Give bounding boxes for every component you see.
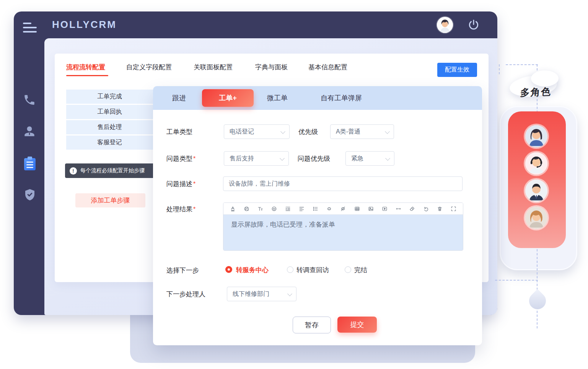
brand-logo: HOLLYCRM [52, 19, 117, 31]
problem-priority-select[interactable]: 紧急 [345, 151, 394, 166]
next-handler-select[interactable]: 线下维修部门 [227, 287, 296, 301]
worklist-icon[interactable] [23, 156, 38, 171]
tab-follow-up[interactable]: 跟进 [172, 86, 186, 110]
tab-work-order-plus[interactable]: 工单+ [202, 89, 254, 107]
tab-custom-fields[interactable]: 自定义字段配置 [126, 63, 172, 72]
next-step-label: 选择下一步 [166, 266, 199, 275]
chevron-down-icon [287, 291, 292, 296]
problem-priority-label: 问题优先级 [298, 154, 330, 163]
fullscreen-icon[interactable] [450, 205, 457, 212]
font-size-icon[interactable] [257, 205, 264, 212]
insert-link-icon[interactable] [326, 205, 333, 212]
problem-desc-input[interactable]: 设备故障，需上门维修 [223, 176, 463, 191]
tab-own-popup[interactable]: 自有工单弹屏 [321, 86, 362, 110]
tab-linked-panel[interactable]: 关联面板配置 [194, 63, 233, 72]
problem-desc-label: 问题描述 [166, 180, 195, 188]
color-palette-icon[interactable] [243, 205, 250, 212]
remove-link-icon[interactable] [340, 205, 347, 212]
notice-text: 每个流程必须配置开始步骤 [80, 167, 145, 174]
exclamation-icon: ! [70, 167, 77, 175]
dashed-line [495, 280, 538, 281]
role-avatar-headset-agent[interactable] [525, 152, 547, 175]
order-type-select[interactable]: 电话登记 [224, 124, 290, 139]
next-handler-label: 下一步处理人 [166, 290, 205, 299]
chevron-down-icon [280, 129, 285, 134]
next-step-option-survey-callback[interactable]: 转调查回访 [296, 266, 329, 274]
tab-dictionary-panel[interactable]: 字典与面板 [255, 63, 288, 72]
order-type-label: 工单类型 [166, 127, 192, 136]
user-avatar[interactable] [437, 17, 453, 33]
next-step-option-service-center[interactable]: 转服务中心 [236, 266, 269, 274]
radio-icon[interactable] [345, 266, 351, 273]
priority-label: 优先级 [298, 127, 318, 136]
tab-flow-config[interactable]: 流程流转配置 [66, 63, 105, 72]
submit-button[interactable]: 提交 [337, 317, 377, 333]
unordered-list-icon[interactable] [312, 205, 319, 212]
tab-micro-work-order[interactable]: 微工单 [267, 86, 288, 110]
chevron-down-icon [280, 156, 285, 161]
problem-type-select[interactable]: 售后支持 [224, 151, 289, 166]
result-editor: 显示屏故障，电话已受理，准备派单 [223, 202, 463, 251]
role-avatar-agent-1[interactable] [525, 125, 547, 147]
align-left-icon[interactable] [298, 205, 305, 212]
radio-icon-selected[interactable] [225, 266, 232, 273]
next-step-option-complete[interactable]: 完结 [354, 266, 367, 274]
avatar-face [437, 17, 453, 33]
active-tab-underline [66, 75, 108, 76]
table-icon[interactable] [353, 205, 360, 212]
workflow-step-item[interactable]: 工单回执 [66, 105, 153, 119]
role-avatar-manager[interactable] [525, 180, 547, 202]
emoji-icon[interactable] [270, 205, 277, 212]
workflow-step-item[interactable]: 工单完成 [66, 90, 153, 104]
result-label: 处理结果 [166, 205, 195, 214]
delete-icon[interactable] [437, 205, 443, 212]
font-underline-icon[interactable] [229, 205, 236, 212]
work-order-modal: 跟进 工单+ 微工单 自有工单弹屏 工单类型 电话登记 优先级 A类-普通 问题… [153, 86, 482, 345]
power-icon[interactable] [467, 19, 480, 31]
contact-icon[interactable] [22, 124, 37, 139]
screenshot-canvas: HOLLYCRM [0, 0, 588, 369]
dashed-line [499, 64, 500, 74]
workflow-step-list: 工单完成 工单回执 售后处理 客服登记 [66, 90, 153, 151]
undo-icon[interactable] [423, 205, 430, 212]
chevron-down-icon [385, 129, 390, 134]
workflow-step-item[interactable]: 售后处理 [66, 120, 153, 134]
phone-icon[interactable] [23, 93, 37, 109]
save-draft-button[interactable]: 暂存 [293, 317, 331, 333]
dashed-line [506, 64, 538, 65]
result-editor-body[interactable]: 显示屏故障，电话已受理，准备派单 [223, 215, 463, 250]
editor-toolbar [223, 203, 463, 215]
problem-type-label: 问题类型 [166, 154, 195, 163]
cloud-shape [531, 70, 559, 87]
multi-role-label: 多角色 [520, 85, 552, 99]
indent-icon[interactable] [284, 205, 291, 212]
video-icon[interactable] [381, 205, 388, 212]
eraser-icon[interactable] [409, 205, 415, 212]
role-avatar-agent-2[interactable] [525, 207, 547, 229]
teardrop-shape [526, 289, 549, 313]
image-icon[interactable] [367, 205, 374, 212]
apply-config-button[interactable]: 配置生效 [437, 63, 477, 77]
priority-select[interactable]: A类-普通 [330, 124, 394, 139]
notice-tooltip: ! 每个流程必须配置开始步骤 [65, 163, 161, 178]
workflow-step-item[interactable]: 客服登记 [66, 136, 153, 150]
radio-icon[interactable] [287, 266, 293, 273]
chevron-down-icon [385, 156, 390, 161]
menu-icon[interactable] [23, 22, 37, 34]
tab-basic-info[interactable]: 基本信息配置 [308, 63, 347, 72]
horizontal-rule-icon[interactable] [395, 205, 402, 212]
add-step-button[interactable]: 添加工单步骤 [75, 193, 145, 207]
security-icon[interactable] [23, 188, 37, 203]
